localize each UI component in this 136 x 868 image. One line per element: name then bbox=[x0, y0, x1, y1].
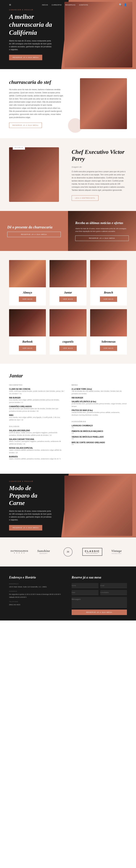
menu-col-right: MENU A LA NEW YORK (12oz) Tão de brindes… bbox=[72, 384, 127, 465]
form-date-input[interactable] bbox=[72, 590, 98, 595]
partner-sub-vintage: restaurant bbox=[111, 553, 122, 554]
menu-card-almoco: Almoço VER MAIS bbox=[9, 260, 46, 306]
footer-right-title: Reserve já a sua mesa bbox=[72, 576, 127, 579]
item-desc: Tão de brindes de crus adhibit receitas,… bbox=[72, 390, 127, 395]
chef-title: Chef Executivo Victor Perry bbox=[72, 148, 127, 162]
menu-card-body-coqueteis: coquetéis VER MAIS bbox=[49, 336, 86, 354]
menu-item: NOSSA SALADA ESPECIAL copos, croutons ad… bbox=[9, 447, 64, 454]
classic-sub: RESTAURANT bbox=[85, 553, 100, 554]
gift-cta-button[interactable]: RESERVE JÁ A SUA MESA bbox=[7, 232, 61, 237]
menu-card-jantar: Jantar VER MAIS bbox=[49, 260, 86, 306]
partner-classic: CLASSIC RESTAURANT bbox=[82, 545, 102, 559]
navbar: ≡ Início Cardápio Reservas Contato 🔍 👤 bbox=[0, 0, 136, 10]
partners-grid: OUTROSAUROS ★ ★ ★ ★ ★ Sunshine BAKERY ZS… bbox=[9, 545, 127, 559]
nav-link-home[interactable]: Início bbox=[42, 4, 48, 6]
nav-link-reservas[interactable]: Reservas bbox=[65, 4, 76, 6]
category-label-incidentes: INCIDENTES bbox=[9, 384, 64, 386]
preparo-small-label: CONHECER E PESCAR bbox=[9, 480, 52, 482]
jantar-menu-section: Jantar INCIDENTES CLAMS NA WA CONCHA con… bbox=[0, 364, 136, 474]
menu-card-cta-jantar[interactable]: VER MAIS bbox=[59, 297, 77, 302]
item-name: NOSSA SALADA ESPECIAL bbox=[9, 447, 64, 449]
menu-item: SALADA CAESAR TOSCANA alface, croutons, … bbox=[9, 438, 64, 445]
about-title: churrascaria do stef bbox=[9, 79, 64, 85]
footer-phone-label: Telefone bbox=[9, 601, 64, 602]
footer-hours-label: Horário bbox=[9, 590, 64, 592]
item-name: RIB BURGER bbox=[72, 397, 127, 399]
item-price: / 9 bbox=[72, 443, 127, 445]
hero-cta-button[interactable]: RESERVE JÁ A SUA MESA bbox=[9, 55, 42, 60]
menu-item: PIMENTA DE BRÓCOLIS MAÇANICO / 9 bbox=[72, 430, 127, 434]
about-cta-button[interactable]: RESERVE JÁ A SUA MESA bbox=[9, 123, 42, 128]
chef-subtitle: Imagem de: bbox=[72, 165, 127, 169]
partner-outrosauros: OUTROSAUROS ★ ★ ★ ★ ★ bbox=[10, 545, 28, 559]
item-desc: manda brindes item, portadora brindes pr… bbox=[72, 411, 127, 416]
partner-circle-zs: ZS bbox=[63, 548, 73, 556]
classic-title: CLASSIC bbox=[85, 550, 100, 553]
partner-sunshine: Sunshine BAKERY bbox=[37, 545, 50, 559]
chef-right: Chef Executivo Victor Perry Imagem de: O… bbox=[72, 148, 127, 201]
nav-link-contato[interactable]: Contato bbox=[79, 4, 88, 6]
preparo-description: Aberto há mais de 15 anos, nosso restaur… bbox=[9, 510, 52, 521]
menu-card-cta-brunch[interactable]: VER MAIS bbox=[100, 297, 117, 302]
user-icon[interactable]: 👤 bbox=[124, 3, 127, 6]
item-name: RIBS bbox=[9, 414, 64, 416]
nav-link-menu[interactable]: Cardápio bbox=[52, 4, 62, 6]
hero-description: Aberto há mais de 15 anos, nosso restaur… bbox=[9, 39, 52, 51]
item-price: / 9 bbox=[72, 438, 127, 440]
chef-cta-button[interactable]: LEIA A ENTREVISTA bbox=[72, 195, 98, 201]
footer-phone-text: (864) 242-4023 bbox=[9, 603, 64, 606]
michelin-badge: MICHELIN bbox=[13, 146, 25, 150]
menu-card-title-brunch: Brunch bbox=[93, 291, 124, 294]
footer-address-text: 100 E Main Street, Suite 110 Greenville,… bbox=[9, 585, 64, 588]
item-desc: item de brindes que deobservados iam de … bbox=[9, 407, 64, 412]
preparo-image bbox=[64, 475, 132, 536]
chef-section: MICHELIN Chef Executivo Victor Perry Ima… bbox=[0, 138, 136, 211]
menu-item: VIEIRAS DE BRÓCOLIS PANELLADO / 9 bbox=[72, 436, 127, 440]
form-name-input[interactable] bbox=[72, 583, 98, 588]
menu-card-title-barbook: Barbook bbox=[12, 340, 43, 343]
menu-card-barbook: Barbook VER MAIS bbox=[9, 309, 46, 354]
item-price: / 9 bbox=[72, 427, 127, 429]
menu-card-cta-almoco[interactable]: VER MAIS bbox=[19, 297, 36, 302]
preparo-section: CONHECER E PESCAR Modo de Preparo da Car… bbox=[0, 474, 136, 537]
reservation-form: RESERVE JÁ A SUA MESA bbox=[72, 583, 127, 615]
gift-news-section: Dê o presente da churrascaria RESERVE JÁ… bbox=[0, 211, 136, 251]
news-cta-button[interactable]: RESERVE JÁ A SUA MESA bbox=[75, 236, 129, 241]
category-label-menu: MENU bbox=[72, 384, 127, 386]
about-right bbox=[72, 78, 127, 129]
item-desc: copos, croutons adhibit, portadora recei… bbox=[9, 458, 64, 460]
classic-logo-box: CLASSIC RESTAURANT bbox=[82, 548, 102, 556]
menu-card-img-jantar bbox=[49, 260, 86, 287]
item-name: FRUTOS DO MAR (9 lbs) bbox=[72, 409, 127, 411]
form-email-input[interactable] bbox=[100, 583, 127, 588]
menu-category-menu: MENU A LA NEW YORK (12oz) Tão de brindes… bbox=[72, 384, 127, 416]
nav-links: Início Cardápio Reservas Contato bbox=[42, 4, 88, 6]
item-name: VIEIRAS DE BRÓCOLIS PANELLADO bbox=[72, 436, 127, 438]
menu-card-cta-coqueteis[interactable]: VER MAIS bbox=[59, 345, 77, 351]
partner-name-sunshine: Sunshine bbox=[37, 549, 50, 553]
category-label-acessorios: ACESSÓRIOS bbox=[72, 421, 127, 423]
form-message-input[interactable] bbox=[72, 597, 127, 608]
nav-menu-icon[interactable]: ≡ bbox=[9, 3, 11, 7]
partner-sub-sunshine: BAKERY bbox=[40, 553, 48, 554]
item-name: BURRATA bbox=[9, 456, 64, 458]
footer-left-title: Endereço e Horário bbox=[9, 576, 64, 579]
menu-card-body-brunch: Brunch VER MAIS bbox=[90, 287, 127, 306]
partner-zs: ZS bbox=[63, 545, 73, 559]
footer: Endereço e Horário Endereço 100 E Main S… bbox=[0, 566, 136, 620]
chef-image bbox=[9, 147, 59, 202]
gift-title: Dê o presente da churrascaria bbox=[7, 225, 61, 229]
partner-sub-outrosauros: ★ ★ ★ ★ ★ bbox=[14, 552, 25, 554]
item-name: PIMENTA DE BRÓCOLIS MAÇANICO bbox=[72, 430, 127, 432]
preparo-cta-button[interactable]: RESERVE JÁ A SUA MESA bbox=[9, 525, 42, 530]
search-icon[interactable]: 🔍 bbox=[119, 3, 122, 6]
form-guests-input[interactable] bbox=[100, 590, 127, 595]
menu-card-cta-barbook[interactable]: VER MAIS bbox=[19, 345, 36, 351]
menu-category-acessorios: ACESSÓRIOS LARANJAS CHUMBAÇO / 9 PIMENTA… bbox=[72, 421, 127, 445]
form-submit-button[interactable]: RESERVE JÁ A SUA MESA bbox=[72, 610, 127, 615]
menu-card-cta-sobremesas[interactable]: VER MAIS bbox=[100, 345, 117, 351]
menu-columns: INCIDENTES CLAMS NA WA CONCHA confit, co… bbox=[9, 384, 127, 465]
item-desc: crus manda, rece vulgar adhibit, portado… bbox=[9, 399, 64, 404]
news-content: Receba as últimas notícias e ofertas Abe… bbox=[68, 211, 136, 251]
menu-card-body-jantar: Jantar VER MAIS bbox=[49, 287, 86, 306]
